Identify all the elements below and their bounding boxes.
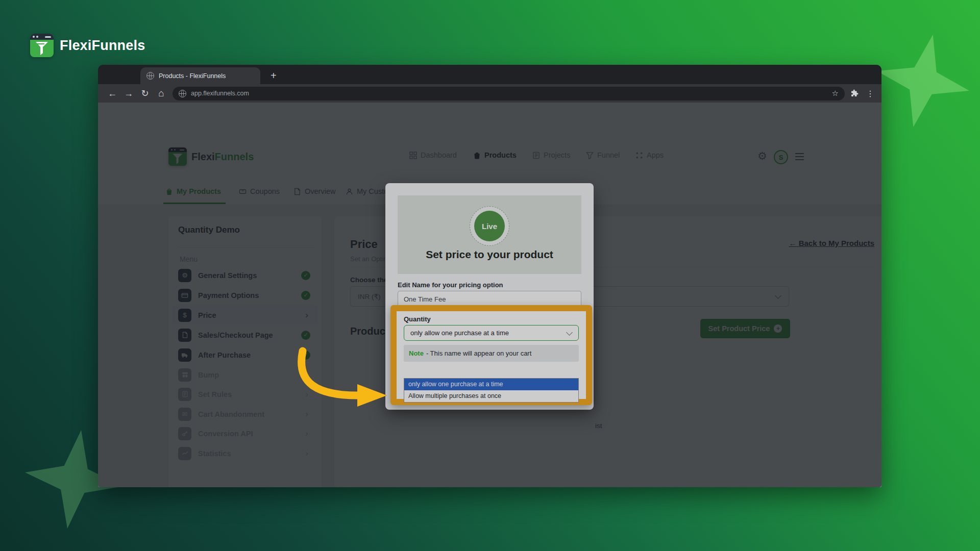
cart-note-bar: Note - This name will appear on your car… xyxy=(404,345,579,362)
live-badge: Live xyxy=(474,211,505,241)
funnel-glyph xyxy=(30,40,54,57)
url-text: app.flexifunnels.com xyxy=(191,90,249,97)
dropdown-option-selected[interactable]: only allow one purchase at a time xyxy=(404,379,578,390)
browser-toolbar: ← → ↻ ⌂ app.flexifunnels.com ☆ ⋮ xyxy=(98,84,881,103)
tab-title: Products - FlexiFunnels xyxy=(159,72,226,80)
pricing-name-label: Edit Name for your pricing option xyxy=(398,281,503,289)
quantity-dropdown-list: only allow one purchase at a time Allow … xyxy=(404,378,579,403)
site-globe-icon xyxy=(179,90,186,97)
browser-tab-bar: Products - FlexiFunnels + xyxy=(98,65,881,84)
quantity-label: Quantity xyxy=(404,315,431,323)
desktop-background: FlexiFunnels Products - FlexiFunnels + ←… xyxy=(0,0,980,551)
brand-logo: FlexiFunnels xyxy=(30,34,145,57)
browser-window: Products - FlexiFunnels + ← → ↻ ⌂ app.fl… xyxy=(98,65,881,487)
back-button[interactable]: ← xyxy=(104,88,120,99)
new-tab-button[interactable]: + xyxy=(271,67,277,84)
extensions-puzzle-icon[interactable] xyxy=(850,89,859,98)
chevron-down-icon xyxy=(566,329,573,336)
dropdown-option[interactable]: Allow multiple purchases at once xyxy=(404,390,578,402)
brand-logo-text: FlexiFunnels xyxy=(60,38,145,54)
address-bar[interactable]: app.flexifunnels.com ☆ xyxy=(173,87,845,101)
quantity-select-value: only allow one purchase at a time xyxy=(410,329,509,337)
sparkle-top-right xyxy=(867,25,979,137)
note-label: Note xyxy=(409,349,424,357)
forward-button[interactable]: → xyxy=(120,88,137,99)
reload-button[interactable]: ↻ xyxy=(137,88,153,99)
home-button[interactable]: ⌂ xyxy=(153,88,169,99)
modal-title: Set price to your product xyxy=(385,248,594,261)
quantity-highlight-box: Quantity only allow one purchase at a ti… xyxy=(390,305,592,405)
quantity-select[interactable]: only allow one purchase at a time xyxy=(404,325,579,341)
browser-tab[interactable]: Products - FlexiFunnels xyxy=(140,67,260,84)
brand-logo-icon xyxy=(30,34,54,57)
annotation-arrow xyxy=(287,340,394,414)
note-text: - This name will appear on your cart xyxy=(426,349,531,357)
tab-favicon-globe-icon xyxy=(146,72,154,80)
browser-menu-kebab-icon[interactable]: ⋮ xyxy=(866,89,874,98)
bookmark-star-icon[interactable]: ☆ xyxy=(832,89,839,98)
pricing-name-value: One Time Fee xyxy=(404,295,446,303)
